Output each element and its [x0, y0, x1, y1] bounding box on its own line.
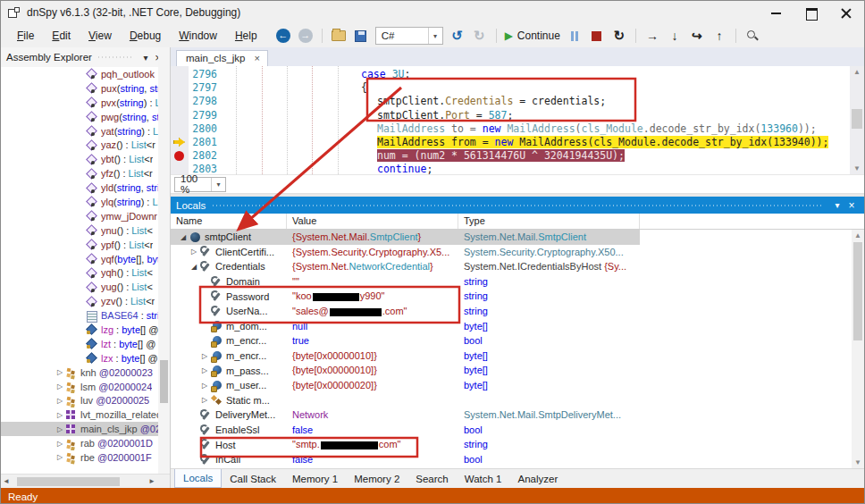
panel-menu-chevron-icon[interactable]: ▾	[139, 53, 152, 63]
tree-item[interactable]: ▷luv @02000025	[1, 393, 170, 407]
locals-value[interactable]: "kooy990"	[287, 289, 458, 304]
locals-value[interactable]: {byte[0x00000010]}	[287, 363, 458, 378]
code-line[interactable]: MailAddress from = new MailAddress(cls_M…	[227, 136, 850, 149]
locals-value[interactable]: false	[287, 452, 458, 467]
locals-value[interactable]: Network	[287, 407, 458, 423]
menu-file[interactable]: File	[8, 27, 43, 45]
column-header-type[interactable]: Type	[458, 214, 640, 229]
chevron-down-icon[interactable]: ▾	[211, 178, 225, 191]
tree-item[interactable]: pwg(string, string)	[1, 110, 170, 124]
tree-item[interactable]: yfz() : List<r	[1, 166, 170, 181]
locals-value[interactable]: {System.Security.Cryptography.X5...	[287, 245, 458, 260]
panel-close-icon[interactable]: ×	[844, 199, 859, 212]
scroll-down-icon[interactable]: ▼	[850, 164, 864, 172]
column-header-value[interactable]: Value	[287, 214, 458, 229]
tree-item[interactable]: pux(string, string)	[1, 81, 170, 96]
step-over-button[interactable]: ↪	[689, 27, 705, 45]
scroll-thumb[interactable]	[852, 109, 862, 129]
code-line[interactable]: case 3U:	[227, 68, 850, 81]
expander-icon[interactable]: ▷	[199, 382, 210, 390]
tree-item[interactable]: lzx : byte[] @	[1, 351, 170, 365]
tree-horizontal-scrollbar[interactable]: ◄ ►	[1, 474, 170, 488]
tree-item[interactable]: lzg : byte[] @	[1, 323, 170, 337]
breakpoint-gutter[interactable]	[171, 66, 189, 174]
scroll-thumb[interactable]	[160, 360, 168, 403]
tree-item[interactable]: yld(string, string)	[1, 181, 170, 195]
panel-menu-chevron-icon[interactable]: ▾	[830, 200, 844, 210]
tree-item[interactable]: ▷lsm @02000024	[1, 380, 170, 394]
search-button[interactable]	[744, 27, 760, 45]
tree-item[interactable]: ypf() : List<r	[1, 238, 170, 252]
menu-help[interactable]: Help	[226, 27, 266, 45]
tree-item[interactable]: yqh() : List<	[1, 265, 170, 280]
locals-row-m-encr-[interactable]: m_encr...truebool	[171, 333, 864, 349]
menu-window[interactable]: Window	[170, 27, 226, 45]
scroll-thumb[interactable]	[853, 242, 862, 340]
redo-button[interactable]: ↺	[472, 27, 488, 45]
code-line[interactable]: MailAddress to = new MailAddress(cls_Mod…	[227, 122, 850, 136]
step-into-button[interactable]: ↓	[667, 27, 683, 45]
locals-row-userna-[interactable]: UserNa..."sales@.com"string	[171, 304, 864, 319]
scroll-up-icon[interactable]: ▲	[850, 68, 864, 76]
locals-value[interactable]: ""	[287, 274, 458, 290]
locals-value[interactable]: null	[287, 319, 458, 334]
undo-button[interactable]: ↺	[449, 27, 466, 45]
breakpoint-icon[interactable]	[174, 151, 184, 161]
tree-item[interactable]: yug() : List<	[1, 280, 170, 294]
expander-icon[interactable]: ▷	[199, 366, 210, 374]
locals-row-enablessl[interactable]: EnableSslfalsebool	[171, 423, 864, 438]
expander-icon[interactable]: ◢	[178, 233, 189, 241]
tree-item[interactable]: BASE64 : string	[1, 308, 170, 323]
pause-button[interactable]	[567, 27, 583, 45]
editor-vertical-scrollbar[interactable]: ▲ ▼	[850, 66, 864, 174]
tree-vertical-scrollbar[interactable]	[158, 47, 170, 488]
locals-row-incall[interactable]: InCallfalsebool	[171, 452, 864, 467]
tree-item[interactable]: ▷lvt_mozilla_related	[1, 407, 170, 422]
expander-icon[interactable]: ▷	[55, 440, 65, 448]
locals-value[interactable]: {System.Net.Mail.SmtpClient}	[287, 230, 458, 245]
locals-row-domain[interactable]: Domain""string	[171, 274, 864, 290]
locals-value[interactable]: {byte[0x00000010]}	[287, 349, 458, 364]
locals-row-m-pass-[interactable]: ▷m_pass...{byte[0x00000010]}byte[]	[171, 363, 864, 378]
expander-icon[interactable]: ▷	[199, 352, 210, 360]
locals-row-m-user-[interactable]: ▷m_user...{byte[0x00000020]}byte[]	[171, 378, 864, 393]
scroll-left-icon[interactable]: ◄	[3, 477, 10, 485]
tree-item[interactable]: yqf(byte[], byte	[1, 252, 170, 266]
scroll-down-icon[interactable]: ▼	[852, 458, 864, 466]
navigate-back-button[interactable]: ←	[275, 27, 291, 45]
locals-row-host[interactable]: Host"smtp.com"string	[171, 437, 864, 452]
menu-view[interactable]: View	[80, 27, 121, 45]
tree-item[interactable]: ▷rab @0200001D	[1, 436, 170, 450]
menu-edit[interactable]: Edit	[43, 27, 80, 45]
locals-value[interactable]: true	[287, 333, 458, 349]
menu-debug[interactable]: Debug	[121, 27, 170, 45]
tab-memory-1[interactable]: Memory 1	[284, 469, 346, 488]
current-statement-arrow-icon[interactable]	[173, 138, 185, 147]
locals-row-smtpclient[interactable]: ◢smtpClient{System.Net.Mail.SmtpClient}S…	[171, 230, 864, 245]
locals-row-m-encr-[interactable]: ▷m_encr...{byte[0x00000010]}byte[]	[171, 349, 864, 364]
code-line[interactable]: {	[227, 81, 850, 95]
tab-main-cls-jkp[interactable]: main_cls_jkp ×	[176, 50, 268, 66]
code-line[interactable]: smtpClient.Port = 587;	[227, 109, 850, 122]
tab-watch-1[interactable]: Watch 1	[457, 469, 510, 488]
restart-button[interactable]: ↻	[611, 27, 627, 45]
locals-value[interactable]: "smtp.com"	[287, 437, 458, 452]
expander-icon[interactable]: ▷	[189, 248, 199, 256]
tree-item[interactable]: pvx(string) : List<	[1, 96, 170, 110]
expander-icon[interactable]: ▷	[55, 425, 65, 433]
tab-locals[interactable]: Locals	[174, 469, 222, 488]
language-combobox[interactable]: C# ▾	[375, 27, 443, 45]
locals-row-static-m-[interactable]: ▷Static m...	[171, 393, 864, 408]
save-all-button[interactable]	[353, 27, 369, 45]
continue-button[interactable]: ▶ Continue	[505, 27, 560, 45]
tree-item[interactable]: yaz() : List<r	[1, 138, 170, 152]
navigate-forward-button[interactable]: →	[298, 27, 314, 45]
close-button[interactable]	[840, 8, 852, 18]
step-out-button[interactable]: ↑	[711, 27, 727, 45]
tree-item[interactable]: lzt : byte[] @	[1, 337, 170, 351]
locals-row-deliverymet-[interactable]: DeliveryMet...NetworkSystem.Net.Mail.Smt…	[171, 407, 864, 423]
code-line[interactable]: continue;	[227, 163, 850, 175]
column-header-name[interactable]: Name	[171, 214, 287, 229]
expander-icon[interactable]: ◢	[189, 263, 199, 271]
panel-drag-grip[interactable]	[98, 55, 133, 60]
